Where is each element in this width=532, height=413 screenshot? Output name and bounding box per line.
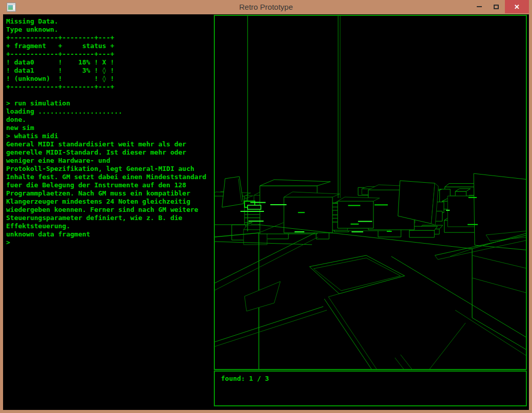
terminal-panel[interactable]: Missing Data. Type unknown. +-----------…: [3, 14, 213, 410]
maximize-button[interactable]: [487, 0, 505, 13]
wireframe-viewport[interactable]: [214, 15, 527, 370]
window-title: Retro Prototype: [0, 0, 532, 14]
window-controls: ✕: [471, 0, 529, 14]
wireframe-scene: [215, 16, 526, 369]
close-button[interactable]: ✕: [505, 0, 529, 13]
window-titlebar[interactable]: Retro Prototype ✕: [0, 0, 532, 14]
app-window: Retro Prototype ✕ Missing Data. Type unk…: [0, 0, 532, 413]
found-status-text: found: 1 / 3: [221, 375, 269, 383]
minimize-icon: [477, 6, 482, 7]
minimize-button[interactable]: [471, 0, 487, 13]
close-icon: ✕: [514, 3, 520, 11]
maximize-icon: [494, 5, 499, 9]
terminal-output[interactable]: Missing Data. Type unknown. +-----------…: [6, 17, 206, 247]
found-status-bar: found: 1 / 3: [214, 371, 527, 406]
window-content: Missing Data. Type unknown. +-----------…: [3, 14, 529, 410]
